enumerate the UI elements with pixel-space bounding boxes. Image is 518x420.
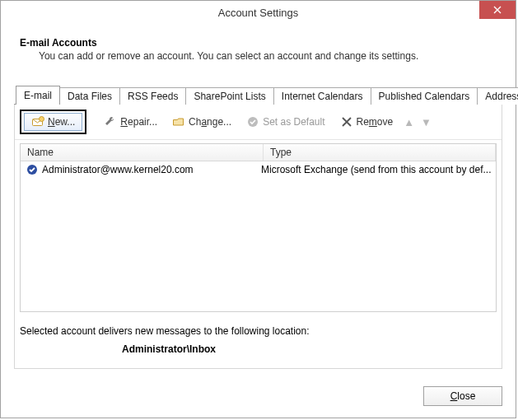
section-title: E-mail Accounts (14, 32, 502, 50)
default-account-icon (26, 163, 39, 176)
close-icon (493, 6, 502, 14)
account-name: Administrator@www.kernel20.com (42, 164, 194, 175)
tab-rss-feeds[interactable]: RSS Feeds (119, 87, 186, 105)
toolbar: New... Repair... Change... (15, 105, 502, 140)
table-row[interactable]: Administrator@www.kernel20.com Microsoft… (21, 161, 496, 178)
set-default-button[interactable]: Set as Default (240, 113, 330, 131)
column-name[interactable]: Name (21, 144, 264, 161)
tab-email[interactable]: E-mail (16, 86, 60, 105)
new-button[interactable]: New... (24, 113, 82, 131)
mail-new-icon (31, 115, 44, 128)
account-settings-dialog: Account Settings E-mail Accounts You can… (0, 0, 516, 418)
wrench-icon (104, 115, 117, 128)
tab-panel-email: New... Repair... Change... (14, 105, 502, 369)
tab-sharepoint-lists[interactable]: SharePoint Lists (185, 87, 273, 105)
remove-button[interactable]: Remove (334, 113, 399, 131)
tab-address-books[interactable]: Address Books (477, 87, 518, 105)
tabs: E-mail Data Files RSS Feeds SharePoint L… (14, 85, 502, 104)
check-circle-icon (246, 115, 259, 128)
remove-icon (340, 115, 353, 128)
tab-internet-calendars[interactable]: Internet Calendars (273, 87, 371, 105)
move-up-button[interactable]: ▲ (402, 116, 416, 128)
repair-button[interactable]: Repair... (98, 113, 163, 131)
folder-change-icon (172, 115, 185, 128)
tab-published-calendars[interactable]: Published Calendars (371, 87, 478, 105)
column-type[interactable]: Type (264, 144, 496, 161)
dialog-footer: Close (1, 386, 516, 418)
change-button[interactable]: Change... (166, 113, 237, 131)
delivery-location-path: Administrator\Inbox (15, 337, 502, 368)
move-down-button[interactable]: ▼ (419, 116, 433, 128)
new-button-highlight: New... (20, 110, 86, 134)
titlebar: Account Settings (1, 1, 516, 24)
tab-data-files[interactable]: Data Files (59, 87, 120, 105)
table-header: Name Type (21, 144, 496, 161)
section-subtitle: You can add or remove an account. You ca… (14, 50, 502, 62)
account-type: Microsoft Exchange (send from this accou… (254, 164, 496, 175)
svg-point-1 (40, 117, 44, 122)
delivery-location-label: Selected account delivers new messages t… (15, 312, 502, 337)
accounts-table: Name Type Administrator@www.kernel20.com (20, 143, 497, 312)
window-close-button[interactable] (479, 1, 516, 19)
close-button[interactable]: Close (423, 386, 502, 406)
window-title: Account Settings (218, 7, 299, 19)
